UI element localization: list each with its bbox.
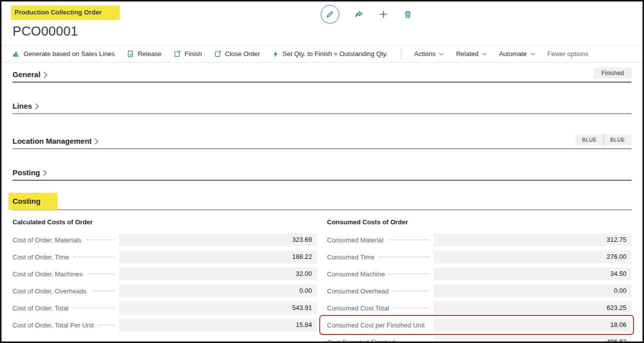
section-lines: Lines — [13, 102, 631, 114]
field-consumed-material: Consumed Material 312.75 — [327, 233, 632, 246]
lightning-icon — [272, 51, 279, 58]
menu-label: Actions — [414, 50, 436, 58]
section-label: Posting — [13, 168, 40, 177]
field-label: Cost of Order, Total — [13, 304, 69, 312]
location-badge[interactable]: BLUE — [575, 134, 603, 145]
chevron-right-icon — [35, 103, 39, 110]
field-cost-of-order-machines: Cost of Order, Machines 32.00 — [13, 267, 317, 280]
section-general: General Finished — [13, 68, 631, 83]
section-lines-header[interactable]: Lines — [13, 102, 631, 114]
section-posting-header[interactable]: Posting — [13, 168, 631, 181]
field-label: Consumed Overhead — [327, 287, 389, 295]
section-costing-header[interactable]: Costing — [13, 197, 631, 210]
action-label: Close Order — [225, 50, 260, 58]
chevron-right-icon — [95, 138, 99, 145]
calculated-costs-column: Calculated Costs of Order Cost of Order,… — [13, 218, 317, 343]
field-label: Consumed Time — [327, 253, 375, 261]
page-content: General Finished Lines — [2, 68, 642, 343]
field-label: Cost of Order, Materials — [13, 236, 81, 244]
field-value[interactable]: 32.00 — [119, 267, 317, 280]
section-label: Costing — [9, 193, 58, 210]
status-badge[interactable]: Finished — [594, 68, 631, 79]
field-value[interactable]: 543.91 — [119, 301, 317, 314]
close-order-button[interactable]: Close Order — [214, 50, 260, 58]
dotted-leader — [98, 324, 114, 325]
dotted-leader — [394, 307, 429, 308]
section-general-header[interactable]: General Finished — [13, 68, 631, 83]
section-location-management: Location Management BLUE BLUE — [13, 134, 631, 149]
field-cost-reported-finished: Cost Reported Finished 496.63 — [327, 335, 632, 343]
pencil-icon — [326, 10, 334, 19]
field-value[interactable]: 18.06 — [434, 318, 632, 331]
chevron-down-icon — [482, 53, 487, 56]
new-button[interactable] — [379, 10, 388, 19]
location-badge[interactable]: BLUE — [604, 134, 631, 145]
automate-menu[interactable]: Automate — [499, 50, 535, 58]
field-label: Cost of Order, Total Per Unit — [13, 321, 94, 329]
field-label: Consumed Cost Total — [327, 304, 389, 312]
field-cost-of-order-overheads: Cost of Order, Overheads 0.00 — [13, 284, 317, 297]
field-label: Cost of Order, Time — [13, 253, 69, 261]
field-cost-of-order-materials: Cost of Order, Materials 323.69 — [13, 233, 317, 246]
production-collecting-order-page: Production Collecting Order — [0, 0, 644, 343]
field-value[interactable]: 312.75 — [434, 233, 632, 246]
delete-button[interactable] — [403, 10, 412, 19]
location-badges: BLUE BLUE — [575, 134, 631, 145]
dotted-leader — [87, 273, 114, 274]
field-value[interactable]: 0.00 — [434, 284, 632, 297]
bar-chart-icon — [13, 50, 20, 58]
section-costing: Costing Calculated Costs of Order Cost o… — [13, 197, 631, 343]
dotted-leader — [73, 307, 114, 308]
generate-based-on-sales-lines-button[interactable]: Generate based on Sales Lines — [13, 50, 115, 58]
chevron-down-icon — [530, 53, 535, 56]
action-bar: Generate based on Sales Lines Release Fi… — [2, 46, 642, 62]
section-location-management-header[interactable]: Location Management BLUE BLUE — [13, 134, 631, 149]
field-cost-of-order-time: Cost of Order, Time 188.22 — [13, 250, 317, 263]
actions-menu[interactable]: Actions — [414, 50, 444, 58]
dotted-leader — [74, 256, 114, 257]
dotted-leader — [388, 239, 428, 240]
set-qty-to-finish-button[interactable]: Set Qty. to Finish = Outstanding Qty. — [272, 50, 388, 58]
section-label: General — [13, 70, 41, 79]
dotted-leader — [400, 341, 428, 342]
field-label: Cost Reported Finished — [327, 338, 396, 343]
field-value[interactable]: 188.22 — [119, 250, 317, 263]
field-value[interactable]: 276.00 — [434, 250, 632, 263]
column-header: Consumed Costs of Order — [327, 218, 632, 226]
header-action-icons — [321, 5, 412, 24]
document-check-icon — [127, 50, 134, 58]
section-label: Location Management — [13, 137, 92, 145]
edit-button[interactable] — [321, 5, 339, 24]
related-menu[interactable]: Related — [456, 50, 487, 58]
release-button[interactable]: Release — [127, 50, 162, 58]
field-consumed-machine: Consumed Machine 34.50 — [327, 267, 632, 280]
action-label: Generate based on Sales Lines — [24, 50, 115, 58]
field-consumed-time: Consumed Time 276.00 — [327, 250, 632, 263]
field-value[interactable]: 0.00 — [119, 284, 317, 297]
trash-icon — [403, 10, 412, 19]
chevron-right-icon — [44, 72, 48, 78]
divider — [2, 62, 642, 63]
consumed-costs-column: Consumed Costs of Order Consumed Materia… — [327, 218, 632, 343]
fewer-options-button[interactable]: Fewer options — [547, 50, 588, 58]
page-title: PCO00001 — [13, 24, 631, 39]
field-value[interactable]: 34.50 — [434, 267, 632, 280]
share-button[interactable] — [354, 10, 364, 19]
action-label: Release — [138, 50, 162, 58]
field-value[interactable]: 623.25 — [434, 301, 632, 314]
field-value[interactable]: 323.69 — [119, 233, 317, 246]
section-label: Lines — [13, 102, 32, 110]
square-plus-icon — [214, 50, 222, 58]
finish-button[interactable]: Finish — [174, 50, 202, 58]
share-icon — [354, 10, 364, 19]
field-value[interactable]: 496.63 — [434, 335, 632, 343]
dotted-leader — [389, 273, 428, 274]
field-consumed-overhead: Consumed Overhead 0.00 — [327, 284, 632, 297]
field-label: Consumed Machine — [327, 270, 385, 278]
field-value[interactable]: 15.84 — [119, 318, 317, 331]
chevron-right-icon — [43, 170, 47, 176]
breadcrumb[interactable]: Production Collecting Order — [11, 6, 120, 20]
action-label: Finish — [185, 50, 202, 58]
field-label: Cost of Order, Machines — [13, 270, 83, 278]
chevron-down-icon — [439, 53, 444, 56]
